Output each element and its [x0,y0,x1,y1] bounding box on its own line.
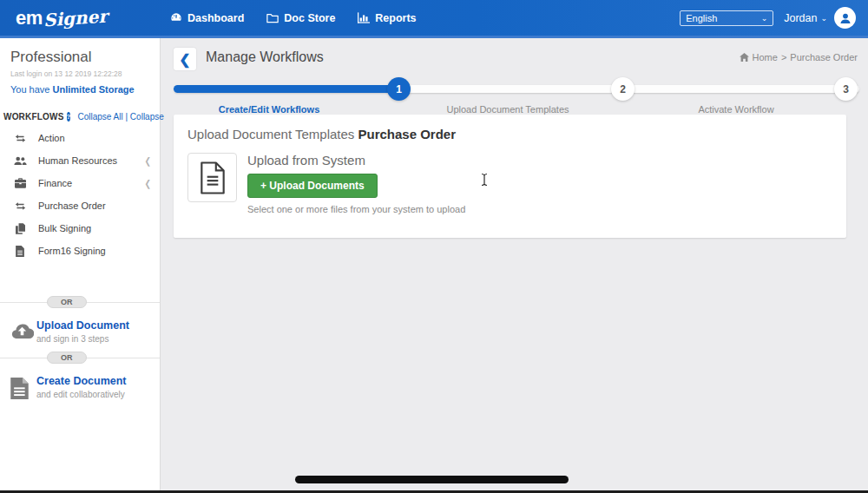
nav-item-doc-store[interactable]: Doc Store [266,12,335,24]
nav-item-label: Doc Store [284,12,335,24]
upload-templates-card: Upload Document Templates Purchase Order… [174,115,846,238]
or-pill: OR [47,296,87,308]
sidebar-item-human-resources[interactable]: Human Resources ❮ [0,149,160,172]
app-window: em Signer Dashboard Doc Store Reports En… [0,0,868,493]
step-circle-1[interactable]: 1 [387,77,411,101]
sidebar-item-label: Human Resources [38,155,117,166]
sidebar-item-finance[interactable]: Finance ❮ [0,172,160,194]
page-title: Manage Workflows [206,49,324,65]
sidebar: Professional Last login on 13 12 2019 12… [0,38,161,490]
step-circle-2[interactable]: 2 [611,77,635,101]
breadcrumb-home[interactable]: Home [753,52,778,62]
emsigner-logo[interactable]: em Signer [16,7,155,30]
cloud-upload-icon [10,319,36,342]
document-outline-icon [187,153,237,202]
briefcase-icon [12,178,28,188]
sidebar-item-label: Form16 Signing [38,246,106,256]
last-login-text: Last login on 13 12 2019 12:22:28 [0,66,160,78]
chevron-left-icon: ❮ [144,155,151,166]
step-label-2: Upload Document Templates [404,104,612,115]
sidebar-item-label: Finance [38,178,72,188]
bar-chart-icon [358,12,370,23]
users-icon [12,156,28,166]
upload-documents-button[interactable]: + Upload Documents [247,174,378,198]
storage-prefix: You have [10,84,53,95]
sidebar-item-label: Action [38,133,65,143]
chevron-down-icon: ⌄ [820,14,827,23]
storage-bold: Unlimited Storage [53,84,135,95]
upload-heading: Upload from System [247,153,465,168]
or-divider: OR [0,302,160,314]
sidebar-item-form16-signing[interactable]: Form16 Signing [0,240,160,262]
home-icon [740,53,749,62]
upload-document-subtitle: and sign in 3 steps [36,334,129,344]
upload-caption: Select one or more files from your syste… [247,204,465,214]
card-title-prefix: Upload Document Templates [187,127,358,141]
plan-name: Professional [0,38,160,66]
upload-row: Upload from System + Upload Documents Se… [187,153,832,214]
page-header: ❮ Manage Workflows Home > Purchase Order [161,38,868,78]
user-menu[interactable]: Jordan ⌄ [784,7,856,29]
nav-item-label: Reports [375,12,416,24]
file-icon [12,246,28,257]
top-navbar: em Signer Dashboard Doc Store Reports En… [0,0,868,38]
language-select[interactable]: English ⌄ [680,10,773,26]
chevron-left-icon: ❮ [144,178,151,188]
workflows-title: WORKFLOWS [3,112,64,122]
user-name: Jordan [784,12,817,24]
main-content: ❮ Manage Workflows Home > Purchase Order… [161,38,868,490]
or-divider: OR [0,358,160,370]
create-document-subtitle: and edit collaboratively [36,390,127,399]
card-title: Upload Document Templates Purchase Order [187,127,832,141]
storage-text: You have Unlimited Storage [0,78,160,95]
card-title-workflow-name: Purchase Order [358,127,457,141]
sidebar-menu: Action Human Resources ❮ Finance ❮ Purch… [0,127,160,262]
video-scrubber-bar[interactable] [295,476,569,483]
language-selected-value: English [686,13,717,23]
upload-document-title: Upload Document [36,319,129,332]
avatar[interactable] [834,7,856,29]
workflow-stepper: 1 2 3 Create/Edit Workflows Upload Docum… [161,78,868,116]
logo-text-signer: Signer [43,5,108,30]
create-document-action[interactable]: Create Document and edit collaboratively [0,370,160,411]
create-document-title: Create Document [36,375,127,387]
workflows-header: WORKFLOWS ? Collapse All | Collapse [0,95,160,127]
upload-column: Upload from System + Upload Documents Se… [247,153,465,214]
repeat-icon [12,201,28,211]
chevron-down-icon: ⌄ [761,14,768,23]
step-label-3: Activate Workflow [632,104,840,115]
step-label-1: Create/Edit Workflows [165,104,373,115]
person-icon [839,12,852,24]
back-button[interactable]: ❮ [174,48,196,70]
nav-item-dashboard[interactable]: Dashboard [170,12,244,24]
sidebar-item-label: Purchase Order [38,200,106,211]
sidebar-item-label: Bulk Signing [38,223,91,233]
nav-item-reports[interactable]: Reports [358,12,416,24]
document-icon [10,375,36,403]
step-circle-3[interactable]: 3 [834,77,858,101]
nav-menu: Dashboard Doc Store Reports [170,12,417,24]
logo-text-em: em [16,7,43,30]
sidebar-item-action[interactable]: Action [0,127,160,149]
sidebar-item-purchase-order[interactable]: Purchase Order [0,194,160,217]
folder-icon [266,13,279,23]
repeat-icon [12,134,28,143]
nav-item-label: Dashboard [187,12,244,24]
breadcrumb-separator: > [781,52,786,62]
breadcrumb-current: Purchase Order [790,52,858,62]
navbar-right: English ⌄ Jordan ⌄ [680,7,856,29]
sidebar-item-bulk-signing[interactable]: Bulk Signing [0,217,160,240]
upload-document-action[interactable]: Upload Document and sign in 3 steps [0,314,160,352]
or-pill: OR [47,352,87,364]
collapse-links[interactable]: Collapse All | Collapse [77,112,163,122]
stepper-progress [174,85,399,93]
dashboard-icon [170,12,182,24]
breadcrumb: Home > Purchase Order [740,52,858,62]
help-icon[interactable]: ? [67,112,71,122]
copy-icon [12,223,28,234]
